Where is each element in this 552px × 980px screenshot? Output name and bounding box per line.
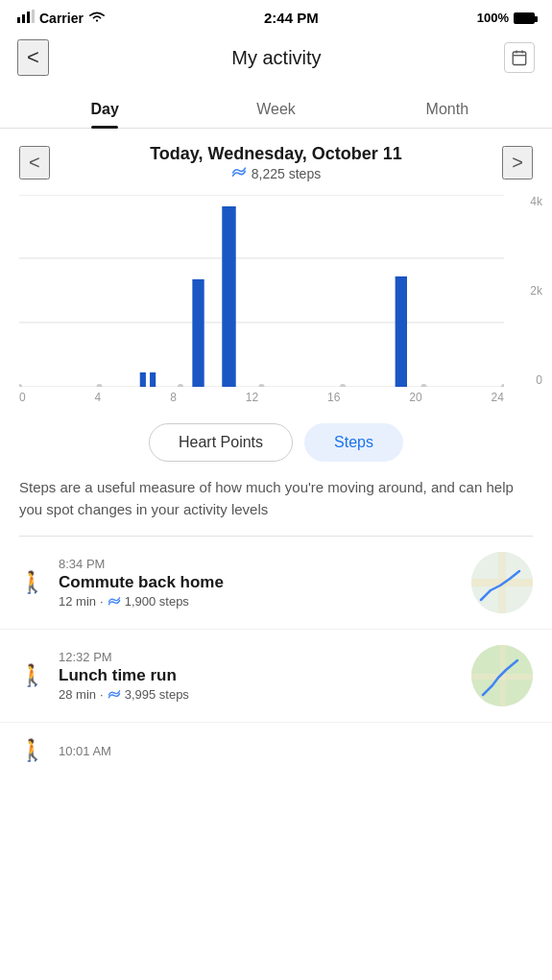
signal-icon [17,10,35,26]
heart-points-button[interactable]: Heart Points [149,423,293,462]
map-thumbnail-1[interactable] [471,552,533,613]
svg-rect-19 [140,372,146,387]
steps-description: Steps are a useful measure of how much y… [0,477,552,536]
tabs: Day Week Month [0,89,552,129]
svg-point-15 [258,384,264,387]
activity-item: 🚶 10:01 AM [0,723,552,778]
svg-rect-0 [17,17,20,23]
tab-month[interactable]: Month [362,89,533,128]
activity-name-2: Lunch time run [59,666,471,685]
activity-info-1: 8:34 PM Commute back home 12 min · 1,900… [59,557,471,609]
tab-week[interactable]: Week [190,89,361,128]
calendar-button[interactable] [504,42,535,73]
chart-bars [19,195,504,387]
date-info: Today, Wednesday, October 11 8,225 steps [150,144,402,181]
activity-item: 🚶 12:32 PM Lunch time run 28 min · 3,995… [0,630,552,723]
svg-point-16 [340,384,346,387]
svg-point-14 [178,384,183,387]
back-button[interactable]: < [17,39,49,76]
walk-icon-1: 🚶 [19,570,45,595]
steps-sync-icon [231,166,247,181]
chart-y-labels: 4k 2k 0 [509,195,542,387]
svg-rect-23 [396,276,407,387]
activity-name-1: Commute back home [59,573,471,592]
app-header: < My activity [0,32,552,89]
activity-item: 🚶 8:34 PM Commute back home 12 min · 1,9… [0,537,552,630]
svg-rect-1 [22,14,25,23]
svg-point-13 [96,384,102,387]
activity-info-3: 10:01 AM [59,744,533,758]
svg-rect-4 [513,52,526,65]
status-time: 2:44 PM [264,10,319,26]
activity-info-2: 12:32 PM Lunch time run 28 min · 3,995 s… [59,650,471,702]
map-thumbnail-2[interactable] [471,645,533,706]
svg-rect-2 [27,12,30,23]
activity-time-3: 10:01 AM [59,744,533,758]
status-right: 100% [477,11,535,25]
svg-rect-22 [222,206,235,387]
page-title: My activity [231,47,321,69]
prev-day-button[interactable]: < [19,146,50,179]
battery-percent: 100% [477,11,509,25]
wifi-icon [88,10,106,26]
activity-meta-2: 28 min · 3,995 steps [59,687,471,702]
next-day-button[interactable]: > [502,146,533,179]
activity-meta-1: 12 min · 1,900 steps [59,594,471,609]
metric-toggle: Heart Points Steps [0,404,552,477]
svg-rect-21 [192,279,204,387]
carrier-label: Carrier [39,11,84,26]
chart-x-labels: 0 4 8 12 16 20 24 [10,387,504,404]
tab-day[interactable]: Day [19,89,190,128]
status-bar: Carrier 2:44 PM 100% [0,0,552,32]
date-navigation: < Today, Wednesday, October 11 8,225 ste… [0,129,552,185]
steps-chart: 4k 2k 0 0 4 8 12 16 20 24 [0,185,552,404]
battery-icon [514,12,535,24]
daily-steps: 8,225 steps [150,166,402,181]
walk-icon-3: 🚶 [19,738,45,763]
activity-time-1: 8:34 PM [59,557,471,571]
svg-rect-3 [32,10,35,23]
current-date: Today, Wednesday, October 11 [150,144,402,164]
walk-icon-2: 🚶 [19,663,45,688]
activity-time-2: 12:32 PM [59,650,471,664]
svg-point-12 [19,384,22,387]
steps-button[interactable]: Steps [304,423,403,462]
svg-point-18 [501,384,504,387]
svg-point-17 [420,384,426,387]
svg-rect-20 [150,372,156,387]
status-left: Carrier [17,10,106,26]
